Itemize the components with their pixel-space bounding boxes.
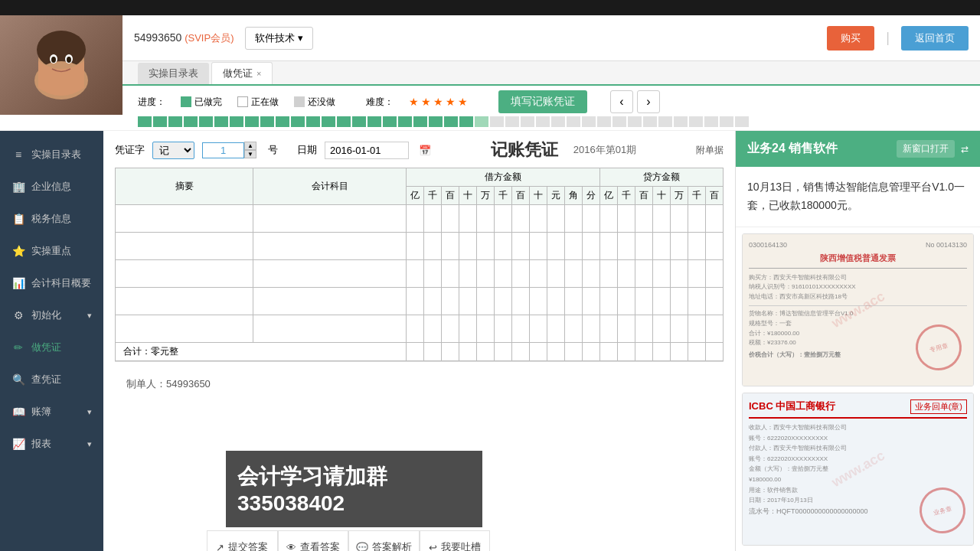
progress-cell-33[interactable]: [628, 116, 642, 127]
row-credit-4-6[interactable]: [706, 315, 724, 343]
sidebar-item-key[interactable]: ⭐ 实操重点: [0, 235, 103, 267]
view-answer-button[interactable]: 👁 查看答案: [278, 530, 349, 551]
row-debit-2-3[interactable]: [459, 260, 477, 288]
row-debit-1-6[interactable]: [512, 233, 530, 260]
progress-cell-2[interactable]: [153, 116, 167, 127]
row-credit-4-1[interactable]: [618, 315, 635, 343]
progress-cell-34[interactable]: [643, 116, 657, 127]
submit-answer-button[interactable]: ↗ 提交答案: [207, 530, 278, 551]
row-debit-4-0[interactable]: [407, 315, 424, 343]
sidebar-item-tax[interactable]: 📋 税务信息: [0, 203, 103, 235]
sidebar-item-company[interactable]: 🏢 企业信息: [0, 171, 103, 203]
date-input[interactable]: [325, 142, 409, 159]
row-debit-0-4[interactable]: [477, 205, 495, 233]
progress-cell-29[interactable]: [567, 116, 580, 127]
row-credit-4-0[interactable]: [600, 315, 618, 343]
row-credit-3-2[interactable]: [635, 288, 653, 315]
row-debit-2-6[interactable]: [512, 260, 530, 288]
sidebar-item-report[interactable]: 📈 报表 ▾: [0, 428, 103, 460]
voucher-type-select[interactable]: 记: [152, 142, 194, 159]
sidebar-item-directory[interactable]: ≡ 实操目录表: [0, 139, 103, 171]
progress-cell-27[interactable]: [536, 116, 550, 127]
row-debit-2-9[interactable]: [565, 260, 583, 288]
voucher-num-input[interactable]: [202, 142, 244, 158]
row-credit-2-0[interactable]: [600, 260, 618, 288]
row-debit-3-8[interactable]: [547, 288, 565, 315]
row-debit-1-2[interactable]: [442, 233, 459, 260]
row-credit-1-6[interactable]: [706, 233, 724, 260]
calendar-icon[interactable]: 📅: [419, 145, 431, 156]
row-debit-4-8[interactable]: [547, 315, 565, 343]
row-debit-0-3[interactable]: [459, 205, 477, 233]
row-debit-1-1[interactable]: [424, 233, 442, 260]
row-summary-3[interactable]: [116, 288, 253, 315]
row-debit-3-6[interactable]: [512, 288, 530, 315]
row-debit-3-3[interactable]: [459, 288, 477, 315]
row-debit-0-9[interactable]: [565, 205, 583, 233]
progress-cell-11[interactable]: [291, 116, 305, 127]
row-credit-4-4[interactable]: [671, 315, 688, 343]
row-debit-4-10[interactable]: [583, 315, 600, 343]
row-credit-2-4[interactable]: [671, 260, 688, 288]
progress-cell-17[interactable]: [383, 116, 397, 127]
row-debit-4-1[interactable]: [424, 315, 442, 343]
row-credit-0-6[interactable]: [706, 205, 724, 233]
row-credit-1-2[interactable]: [635, 233, 653, 260]
progress-cell-23[interactable]: [475, 116, 488, 127]
sidebar-item-voucher[interactable]: ✏ 做凭证: [0, 331, 103, 364]
row-debit-4-9[interactable]: [565, 315, 583, 343]
row-account-1[interactable]: [253, 233, 407, 260]
progress-cell-40[interactable]: [735, 116, 749, 127]
row-debit-0-8[interactable]: [547, 205, 565, 233]
row-debit-0-10[interactable]: [583, 205, 600, 233]
progress-cell-7[interactable]: [230, 116, 243, 127]
row-debit-4-3[interactable]: [459, 315, 477, 343]
row-debit-3-4[interactable]: [477, 288, 495, 315]
row-debit-0-6[interactable]: [512, 205, 530, 233]
row-credit-3-4[interactable]: [671, 288, 688, 315]
row-credit-2-6[interactable]: [706, 260, 724, 288]
row-debit-2-10[interactable]: [583, 260, 600, 288]
progress-cell-12[interactable]: [306, 116, 320, 127]
progress-cell-30[interactable]: [582, 116, 596, 127]
progress-cell-14[interactable]: [337, 116, 351, 127]
row-credit-0-3[interactable]: [653, 205, 671, 233]
row-debit-1-0[interactable]: [407, 233, 424, 260]
row-credit-1-3[interactable]: [653, 233, 671, 260]
progress-cell-25[interactable]: [505, 116, 519, 127]
progress-cell-26[interactable]: [521, 116, 534, 127]
row-credit-2-3[interactable]: [653, 260, 671, 288]
row-credit-2-1[interactable]: [618, 260, 635, 288]
row-credit-4-5[interactable]: [688, 315, 706, 343]
progress-cell-38[interactable]: [704, 116, 718, 127]
progress-cell-18[interactable]: [398, 116, 412, 127]
spin-up[interactable]: ▲: [244, 142, 256, 150]
home-button[interactable]: 返回首页: [901, 26, 969, 51]
sidebar-item-check[interactable]: 🔍 查凭证: [0, 364, 103, 396]
row-debit-3-7[interactable]: [530, 288, 547, 315]
progress-cell-19[interactable]: [413, 116, 427, 127]
row-debit-1-3[interactable]: [459, 233, 477, 260]
progress-cell-3[interactable]: [168, 116, 182, 127]
row-debit-1-10[interactable]: [583, 233, 600, 260]
row-credit-2-5[interactable]: [688, 260, 706, 288]
row-debit-1-5[interactable]: [495, 233, 512, 260]
row-credit-1-1[interactable]: [618, 233, 635, 260]
complaint-button[interactable]: ↩ 我要吐槽: [420, 530, 491, 551]
row-debit-0-1[interactable]: [424, 205, 442, 233]
row-debit-1-8[interactable]: [547, 233, 565, 260]
new-window-button[interactable]: 新窗口打开: [897, 140, 955, 158]
row-debit-0-7[interactable]: [530, 205, 547, 233]
row-credit-3-0[interactable]: [600, 288, 618, 315]
progress-cell-39[interactable]: [720, 116, 733, 127]
progress-cell-24[interactable]: [490, 116, 504, 127]
progress-cell-20[interactable]: [429, 116, 443, 127]
spin-down[interactable]: ▼: [244, 150, 256, 158]
row-debit-0-2[interactable]: [442, 205, 459, 233]
row-debit-1-7[interactable]: [530, 233, 547, 260]
fill-voucher-button[interactable]: 填写记账凭证: [498, 90, 587, 113]
row-credit-0-5[interactable]: [688, 205, 706, 233]
progress-cell-37[interactable]: [689, 116, 703, 127]
progress-cell-31[interactable]: [597, 116, 611, 127]
row-credit-0-1[interactable]: [618, 205, 635, 233]
